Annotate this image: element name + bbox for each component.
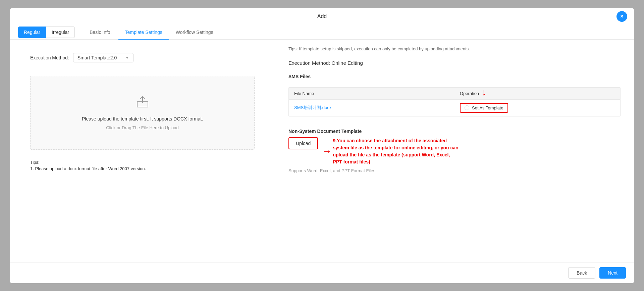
file-link[interactable]: SMS培训计划.docx (294, 105, 331, 110)
modal-tabs-bar: Regular Irregular Basic Info. Template S… (10, 25, 634, 40)
files-table: File Name Operation SMS培训计划.docx ↓ (288, 87, 621, 116)
upload-area[interactable]: Please upload the template first. It sup… (30, 76, 255, 150)
file-name-cell: SMS培训计划.docx (289, 101, 454, 114)
next-button[interactable]: Next (599, 267, 626, 279)
tab-workflow-settings[interactable]: Workflow Settings (169, 26, 220, 40)
operation-cell: ↓ Set As Template (454, 100, 620, 116)
modal-footer: Back Next (10, 262, 634, 283)
tab-basic-info[interactable]: Basic Info. (83, 26, 118, 40)
upload-area-text: Please upload the template first. It sup… (82, 115, 203, 123)
close-icon: × (620, 13, 623, 19)
step-tabs: Basic Info. Template Settings Workflow S… (83, 25, 220, 39)
chevron-down-icon: ▼ (125, 55, 129, 60)
sms-files-title: SMS Files (288, 74, 621, 79)
execution-method-label: Execution Method: (30, 55, 69, 60)
tips-section: Tips: 1. Please upload a docx format fil… (30, 160, 255, 171)
tips-item-1: 1. Please upload a docx format file afte… (30, 166, 255, 171)
right-tips-text: Tips: If template setup is skipped, exec… (288, 46, 621, 51)
modal-header: Add × (10, 8, 634, 25)
modal-overlay: Add × Regular Irregular Basic Info. Te (0, 0, 644, 291)
supports-text: Supports Word, Excel, and PPT Format Fil… (288, 168, 621, 173)
right-arrow-icon: → (322, 147, 331, 156)
tab-irregular[interactable]: Irregular (46, 27, 75, 38)
radio-icon (465, 105, 469, 110)
modal-body: Execution Method: Smart Template2.0 ▼ (10, 40, 634, 262)
close-button[interactable]: × (616, 11, 627, 22)
tab-regular[interactable]: Regular (18, 27, 46, 38)
execution-method-row: Execution Method: Smart Template2.0 ▼ (30, 53, 255, 62)
tab-template-settings[interactable]: Template Settings (118, 26, 169, 40)
non-system-title: Non-System Document Template (288, 129, 621, 134)
set-as-template-button[interactable]: Set As Template (460, 103, 508, 113)
files-table-header: File Name Operation (289, 88, 620, 100)
right-panel: Tips: If template setup is skipped, exec… (275, 40, 634, 262)
upload-button[interactable]: Upload (288, 137, 318, 149)
tips-title: Tips: (30, 160, 255, 165)
method-select-value: Smart Template2.0 (77, 55, 117, 60)
modal: Add × Regular Irregular Basic Info. Te (10, 8, 634, 283)
col-operation: Operation (454, 88, 620, 99)
upload-row: Upload → 9.You can choose the attachment… (288, 137, 621, 165)
set-template-label: Set As Template (472, 105, 503, 110)
execution-method-title: Execution Method: Online Editing (288, 60, 621, 66)
type-tabs: Regular Irregular (18, 27, 75, 38)
non-system-section: Non-System Document Template Upload → 9.… (288, 129, 621, 173)
upload-area-hint: Click or Drag The File Here to Upload (106, 125, 179, 130)
annotation-text: 9.You can choose the attachment of the a… (333, 137, 460, 165)
col-file-name: File Name (289, 88, 454, 99)
table-row: SMS培训计划.docx ↓ Set As Template (289, 100, 620, 116)
annotation-arrow-down: ↓ (482, 88, 486, 97)
modal-title: Add (317, 13, 327, 19)
upload-icon (136, 95, 149, 110)
annotation-box: → 9.You can choose the attachment of the… (321, 137, 460, 165)
left-panel: Execution Method: Smart Template2.0 ▼ (10, 40, 275, 262)
execution-method-select[interactable]: Smart Template2.0 ▼ (73, 53, 133, 62)
back-button[interactable]: Back (568, 267, 595, 279)
